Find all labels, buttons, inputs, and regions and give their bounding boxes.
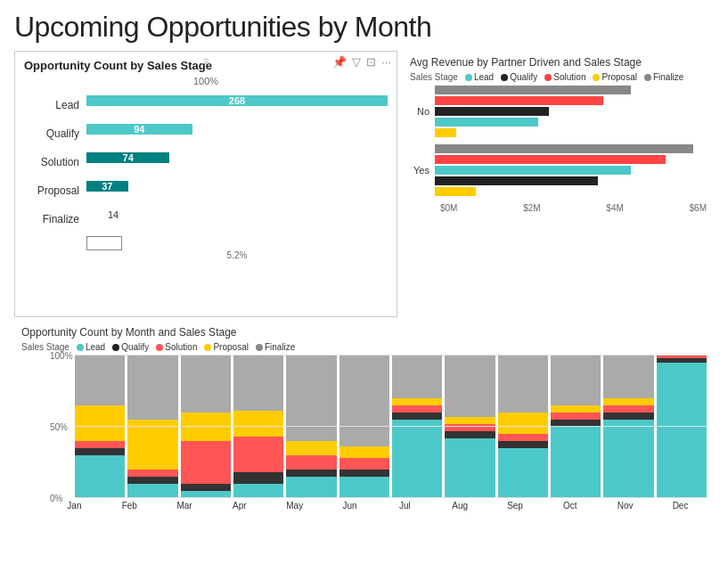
stacked-segment: [286, 441, 336, 455]
bar-outer: 14: [86, 209, 388, 229]
avg-x-axis: $0M$2M$4M$6M: [440, 203, 707, 213]
gridline: [75, 497, 707, 498]
stacked-segment: [445, 438, 495, 498]
legend-item: Qualify: [501, 72, 537, 82]
stacked-segment: [498, 448, 548, 498]
dashboard: ≡ 📌 ▽ ⊡ ··· Opportunity Count by Sales S…: [14, 51, 714, 547]
avg-bars: [435, 144, 707, 196]
bar-label: Qualify: [24, 127, 86, 140]
avg-revenue-legend: Sales StageLeadQualifySolutionProposalFi…: [410, 72, 707, 82]
bottom-legend-item: Lead: [77, 342, 105, 352]
stacked-segment: [603, 405, 653, 413]
stacked-segment: [127, 484, 177, 498]
stacked-segment: [551, 413, 601, 420]
avg-bar: [435, 128, 456, 137]
stacked-segment: [286, 455, 336, 470]
stacked-segment: [551, 427, 601, 498]
stacked-segment: [339, 356, 389, 446]
avg-bar: [435, 187, 476, 196]
stacked-column: [339, 356, 389, 498]
stacked-segment: [445, 431, 495, 438]
bar-outside-label: 14: [108, 209, 119, 220]
avg-revenue-card: Avg Revenue by Partner Driven and Sales …: [403, 51, 714, 317]
legend-item: Proposal: [593, 72, 636, 82]
legend-label: Sales Stage: [410, 72, 458, 82]
avg-bar: [435, 86, 631, 94]
stacked-segment: [339, 470, 389, 477]
gridline: [75, 426, 707, 427]
y-axis-label: 0%: [50, 494, 62, 503]
legend-item: Lead: [465, 72, 494, 82]
month-label: Oct: [544, 501, 596, 511]
bar-fill: 37: [86, 181, 128, 192]
toolbar: 📌 ▽ ⊡ ···: [332, 55, 391, 69]
stacked-column: [603, 356, 653, 498]
expand-icon[interactable]: ⊡: [366, 55, 376, 69]
stacked-segment: [603, 420, 653, 498]
stacked-bar-chart: 100%50%0%: [75, 356, 707, 498]
more-icon[interactable]: ···: [381, 55, 391, 69]
stacked-column: [445, 356, 495, 498]
avg-bar: [435, 118, 538, 127]
month-label: Sep: [489, 501, 542, 511]
bottom-legend-item: Solution: [156, 342, 197, 352]
bar-row: Lead268: [24, 94, 388, 117]
stacked-segment: [392, 356, 442, 398]
stacked-segment: [498, 434, 548, 441]
bar-fill: 268: [86, 95, 388, 106]
stacked-column: [498, 356, 548, 498]
stacked-column: [286, 356, 336, 498]
stacked-segment: [392, 420, 442, 498]
x-axis-label: $6M: [690, 203, 707, 213]
stacked-segment: [233, 356, 283, 411]
bar-label: Finalize: [24, 213, 86, 225]
pin-icon[interactable]: 📌: [332, 55, 347, 69]
pct-bottom-label: 5.2%: [86, 250, 388, 260]
x-axis-label: $4M: [606, 203, 623, 213]
stacked-segment: [75, 441, 125, 448]
stacked-segment: [392, 405, 442, 413]
avg-row: No: [410, 86, 707, 137]
stacked-segment: [127, 356, 177, 420]
bar-row: Solution74: [24, 151, 388, 174]
legend-item: Solution: [544, 72, 585, 82]
bottom-legend-item: Qualify: [112, 342, 149, 352]
sales-stage-card: ≡ 📌 ▽ ⊡ ··· Opportunity Count by Sales S…: [14, 51, 397, 317]
month-label: Feb: [103, 501, 156, 511]
stacked-segment: [657, 363, 707, 498]
stacked-column: [657, 356, 707, 498]
stacked-segment: [75, 356, 125, 405]
monthly-legend: Sales StageLeadQualifySolutionProposalFi…: [21, 342, 707, 352]
month-label: Jun: [323, 501, 376, 511]
stacked-segment: [498, 413, 548, 434]
stacked-segment: [392, 413, 442, 420]
bar-outer: 94: [86, 124, 388, 143]
avg-bar: [435, 107, 549, 116]
bar-outer: 74: [86, 152, 388, 172]
stacked-segment: [181, 356, 231, 413]
avg-row-label: Yes: [410, 165, 435, 176]
bottom-legend-item: Finalize: [256, 342, 295, 352]
filter-icon[interactable]: ▽: [352, 55, 361, 69]
stacked-segment: [233, 437, 283, 472]
stacked-segment: [286, 470, 336, 477]
drag-handle[interactable]: ≡: [202, 55, 209, 68]
stacked-segment: [233, 484, 283, 498]
bar-row: Finalize14: [24, 208, 388, 231]
avg-bar: [435, 144, 693, 153]
stacked-column: [551, 356, 601, 498]
stacked-segment: [127, 477, 177, 484]
stacked-segment: [445, 424, 495, 431]
stacked-segment: [233, 472, 283, 484]
month-label: Jul: [379, 501, 431, 511]
month-label: Aug: [434, 501, 487, 511]
stacked-segment: [181, 413, 231, 441]
x-axis-label: $0M: [440, 203, 457, 213]
horizontal-bar-chart: Lead268Qualify94Solution74Proposal37Fina…: [24, 90, 388, 278]
stacked-segment: [498, 441, 548, 448]
avg-row-label: No: [410, 106, 435, 117]
y-axis-label: 50%: [50, 422, 68, 432]
stacked-segment: [127, 470, 177, 477]
month-labels: JanFebMarAprMayJunJulAugSepOctNovDec: [48, 501, 707, 511]
stacked-column: [127, 356, 177, 498]
